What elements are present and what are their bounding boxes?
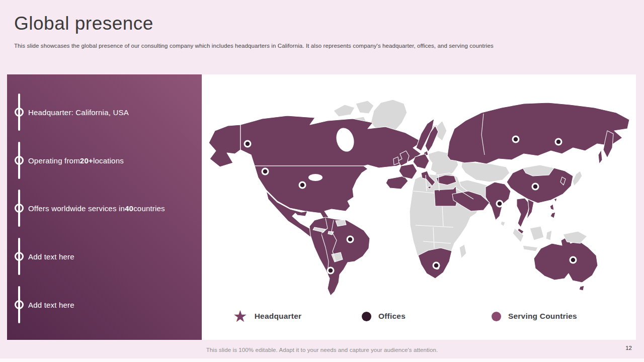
- world-map: [202, 74, 636, 340]
- timeline-dot-icon: [15, 204, 24, 213]
- highlights-sidebar: Headquarter: California, USA Operating f…: [7, 74, 202, 340]
- office-marker-dot: [434, 263, 439, 268]
- sidebar-item-label: Add text here: [28, 285, 74, 324]
- sidebar-item-label: Headquarter: California, USA: [28, 93, 129, 132]
- office-marker-dot: [300, 183, 305, 188]
- circle-plum-icon: [492, 312, 501, 321]
- legend-item-headquarter: ★ Headquarter: [233, 306, 301, 327]
- sidebar-item-locations: Operating from 20+ locations: [7, 141, 202, 180]
- legend-label: Serving Countries: [508, 312, 577, 321]
- office-marker-dot: [348, 237, 353, 242]
- office-marker-dot: [263, 169, 268, 174]
- office-marker-dot: [571, 258, 576, 262]
- legend-item-offices: Offices: [362, 306, 406, 327]
- page-title: Global presence: [14, 13, 153, 34]
- footer-note: This slide is 100% editable. Adapt it to…: [0, 347, 644, 353]
- timeline-dot-icon: [15, 108, 24, 117]
- sidebar-item-placeholder-1: Add text here: [7, 237, 202, 276]
- office-marker-dot: [514, 137, 518, 142]
- office-marker-dot: [556, 140, 561, 144]
- legend-label: Headquarter: [255, 312, 302, 321]
- bottom-strip: [0, 358, 644, 362]
- timeline-dot-icon: [15, 156, 24, 165]
- office-marker-dot: [498, 202, 502, 206]
- sidebar-item-label: Operating from 20+ locations: [28, 141, 124, 180]
- office-marker-dot: [329, 268, 333, 273]
- sidebar-item-placeholder-2: Add text here: [7, 285, 202, 324]
- sidebar-item-headquarter: Headquarter: California, USA: [7, 93, 202, 132]
- slide-subtitle: This slide showcases the global presence…: [14, 43, 494, 49]
- timeline-dot-icon: [15, 252, 24, 261]
- world-map-panel: ★ Headquarter Offices Serving Countries: [202, 74, 636, 340]
- page-number: 12: [625, 345, 632, 351]
- star-icon: ★: [233, 308, 248, 324]
- sidebar-item-label: Add text here: [28, 237, 74, 276]
- circle-dark-icon: [362, 312, 371, 321]
- office-marker-dot: [533, 185, 538, 189]
- legend-item-serving-countries: Serving Countries: [492, 306, 577, 327]
- timeline-dot-icon: [15, 300, 24, 309]
- legend-label: Offices: [378, 312, 406, 321]
- sidebar-item-label: Offers worldwide services in 40 countrie…: [28, 189, 165, 228]
- sidebar-item-countries: Offers worldwide services in 40 countrie…: [7, 189, 202, 228]
- office-marker-dot: [246, 142, 250, 146]
